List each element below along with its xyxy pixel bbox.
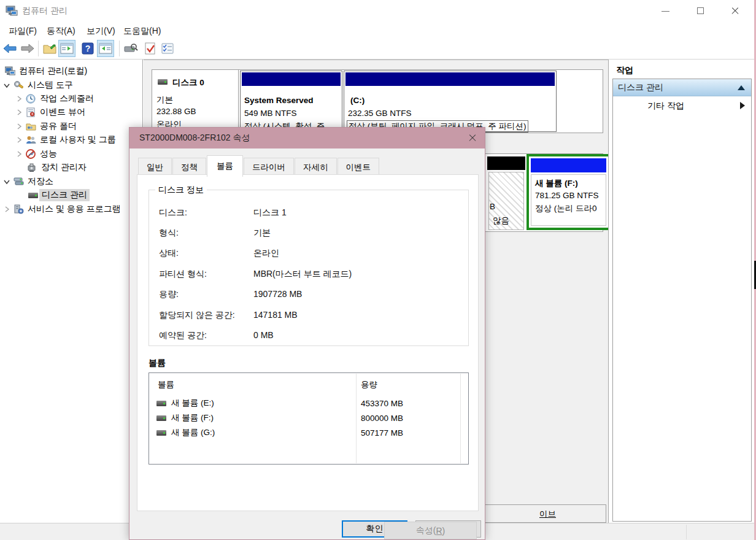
dialog-close-button[interactable] [465,131,480,145]
system-tools-icon [14,80,24,90]
chevron-right-icon [16,123,22,129]
chevron-right-icon [16,109,22,115]
chevron-right-icon [16,151,22,157]
tree-item-shared-folders[interactable]: 공유 폴더 [16,120,77,133]
menu-view[interactable]: 보기(V) [83,25,118,38]
disk0-row: 디스크 0 기본 232.88 GB 온라인 System Reserved 5… [152,69,603,133]
tab-volumes[interactable]: 볼륨 [207,155,243,177]
disk-info-groupbox: 디스크 정보 디스크: 디스크 1 형식: 기본 상태: 온라인 파티션 형식:… [148,190,469,346]
partition-system-reserved[interactable]: System Reserved 549 MB NTFS 정상 (시스템, 활성,… [240,71,342,132]
action-pane-toggle-button[interactable] [97,40,114,57]
tree-item-label: 장치 관리자 [41,162,87,173]
unallocated-region[interactable]: B 않음 [487,156,525,230]
partition-c[interactable]: (C:) 232.35 GB NTFS 정상 (부팅, 페이지 파일, 크래시 … [344,71,557,132]
dialog-title: ST2000DM008-2FR102 속성 [139,133,250,144]
minimize-icon [662,11,669,12]
check-document-button[interactable] [142,40,159,57]
volumes-section-label: 볼륨 [148,358,166,369]
actions-content-box: 디스크 관리 기타 작업 [612,79,752,522]
chevron-right-icon [16,137,22,143]
checklist-button[interactable] [159,40,176,57]
info-value: 147181 MB [253,310,298,320]
tree-item-label: 이벤트 뷰어 [40,107,85,118]
partition-size: 549 MB NTFS [244,109,297,118]
partition-name: System Reserved [244,96,314,105]
tree-item-label: 컴퓨터 관리(로컬) [19,66,87,77]
info-value: 0 MB [253,330,274,340]
disk0-name: 디스크 0 [172,77,204,88]
tree-item-event-viewer[interactable]: 이벤트 뷰어 [16,106,85,119]
unallocated-text-fragment: B [490,202,495,211]
disk0-size: 232.88 GB [156,107,196,116]
tree-item-storage[interactable]: 저장소 [4,175,53,188]
checklist-icon [161,43,174,54]
tree-item-local-users-groups[interactable]: 로컬 사용자 및 그룹 [16,133,116,147]
forward-button[interactable] [19,40,36,57]
volume-status: 정상 (논리 드라0 [535,203,597,214]
submenu-arrow-icon [740,102,745,109]
disk0-header-cell[interactable]: 디스크 0 기본 232.88 GB 온라인 [152,70,239,133]
info-value: 온라인 [253,248,279,259]
volume-row-capacity: 453370 MB [361,399,403,408]
column-header-volume[interactable]: 볼륨 [158,379,174,390]
unallocated-bar [487,156,525,170]
menu-help[interactable]: 도움말(H) [120,25,164,38]
chevron-down-icon [4,179,10,185]
partition-size: 232.35 GB NTFS [348,109,412,118]
tree-item-performance[interactable]: 성능 [16,147,57,161]
actions-item-more-actions[interactable]: 기타 작업 [613,96,751,115]
export-list-button[interactable] [41,40,58,57]
collapse-arrow-icon[interactable] [738,85,745,90]
menu-file[interactable]: 파일(F) [6,25,40,38]
volume-f-body: 새 볼륨 (F:) 781.25 GB NTFS 정상 (논리 드라0 [531,174,606,226]
disk-properties-button[interactable] [122,40,139,57]
volume-f-box[interactable]: 새 볼륨 (F:) 781.25 GB NTFS 정상 (논리 드라0 [526,154,611,230]
toolbar: ? [0,38,756,60]
partition-name: (C:) [350,96,364,105]
chevron-right-icon [4,206,10,212]
volume-icon [156,430,166,436]
volume-size: 781.25 GB NTFS [535,191,599,200]
tree-item-device-manager[interactable]: 장치 관리자 [27,161,87,174]
tree-item-label: 저장소 [28,176,53,187]
volume-list-row[interactable]: 새 볼륨 (G:) 507177 MB [154,426,463,439]
actions-section-disk-management[interactable]: 디스크 관리 [613,79,751,96]
menu-action[interactable]: 동작(A) [44,25,79,38]
tree-item-computer-management[interactable]: 컴퓨터 관리(로컬) [5,64,87,78]
computer-icon [5,66,15,76]
tree-item-task-scheduler[interactable]: 작업 스케줄러 [16,92,94,106]
primary-partition-bar [242,72,341,86]
info-label: 파티션 형식: [159,269,207,280]
maximize-button[interactable] [690,4,711,18]
dialog-title-bar: ST2000DM008-2FR102 속성 [129,128,485,148]
disk-magnifier-icon [123,43,138,54]
statusbar-divider [686,525,687,539]
computer-management-window: 컴퓨터 관리 파일(F) 동작(A) 보기(V) 도움말(H) [0,0,756,540]
menu-bar: 파일(F) 동작(A) 보기(V) 도움말(H) [0,22,756,38]
volume-list[interactable]: 볼륨 용량 새 볼륨 (E:) 453370 MB 새 볼륨 (F:) 8000… [148,372,469,465]
info-label: 형식: [159,228,179,239]
back-button[interactable] [1,40,18,57]
actions-item-label: 기타 작업 [647,101,684,112]
tree-item-system-tools[interactable]: 시스템 도구 [4,79,73,92]
tree-item-label: 공유 폴더 [40,121,77,132]
properties-button-label-suffix: ) [442,526,446,536]
help-button[interactable]: ? [79,40,96,57]
tree-item-services-applications[interactable]: 서비스 및 응용 프로그램 [4,202,121,216]
unallocated-text-fragment: 않음 [493,215,509,226]
info-value: MBR(마스터 부트 레코드) [253,269,352,280]
check-document-icon [145,42,156,55]
minimize-button[interactable] [655,4,676,18]
info-value: 디스크 1 [253,207,287,218]
volume-list-row[interactable]: 새 볼륨 (F:) 800000 MB [154,411,463,425]
volume-row-capacity: 800000 MB [361,414,403,423]
volume-list-row[interactable]: 새 볼륨 (E:) 453370 MB [154,396,463,410]
close-button[interactable] [725,4,746,18]
tree-item-disk-management[interactable]: 디스크 관리 [28,188,90,202]
disk-properties-dialog: ST2000DM008-2FR102 속성 일반 정책 볼륨 드라이버 자세히 … [129,127,485,540]
column-header-capacity[interactable]: 용량 [361,379,377,390]
legend-text-fragment: 이브 [539,509,556,520]
tree-item-label: 작업 스케줄러 [40,93,94,104]
console-tree-toggle-button[interactable] [58,40,75,57]
info-label: 디스크: [159,207,187,218]
